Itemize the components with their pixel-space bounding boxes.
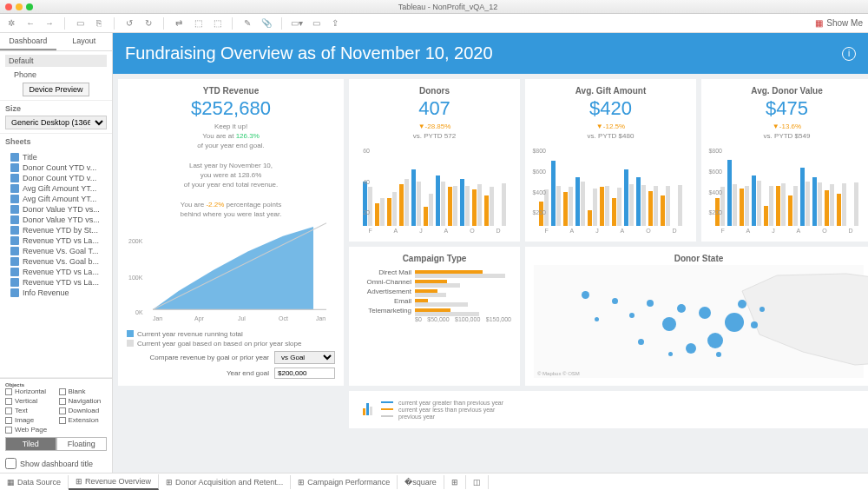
data-source-tab[interactable]: ▦ Data Source — [0, 475, 69, 489]
sheet-item[interactable]: Donor Value YTD vs... — [5, 204, 107, 215]
object-item[interactable]: Image — [5, 416, 54, 424]
area-legend-2: Current year goal based on based on prio… — [127, 340, 335, 348]
ytd-area-chart: 200K 100K 0K Jan Apr Jul Oct Jan — [127, 215, 335, 328]
donor-acquisition-tab[interactable]: ⊞ Donor Acquisition and Retent... — [159, 475, 291, 489]
object-item[interactable]: Text — [5, 407, 54, 414]
ytd-revenue-card: YTD Revenue $252,680 Keep it up! You are… — [118, 79, 344, 386]
donors-bar-chart: 604020 — [358, 148, 511, 226]
gift-bar-chart: $800$600$400$200 — [534, 148, 687, 226]
sheet-item[interactable]: Revenue Vs. Goal b... — [5, 256, 107, 267]
sheet-item[interactable]: Donor Count YTD v... — [5, 162, 107, 173]
show-me-button[interactable]: ▦Show Me — [815, 18, 863, 28]
map-credit: © Mapbox © OSM — [537, 371, 580, 376]
save-icon[interactable]: ▭ — [74, 17, 86, 30]
donors-card: Donors 407 ▼-28.85%vs. PYTD 572 604020 F… — [349, 79, 520, 242]
window-title: Tableau - NonProfit_vQA_12 — [33, 3, 863, 11]
sheet-item[interactable]: Info Revenue — [5, 288, 107, 298]
year-legend-card: current year greater than previous year … — [349, 391, 868, 428]
object-item[interactable]: Blank — [59, 387, 108, 395]
share-icon[interactable]: ⇪ — [329, 17, 341, 30]
sheet-item[interactable]: Revenue YTD vs La... — [5, 235, 107, 246]
campaign-card: Campaign Type Direct MailOmni-ChannelAdv… — [349, 247, 520, 386]
ytd-label: YTD Revenue — [127, 86, 335, 96]
minimize-window-icon[interactable] — [16, 3, 23, 10]
tiled-toggle[interactable]: Tiled — [5, 437, 56, 451]
tab-dashboard[interactable]: Dashboard — [0, 33, 56, 50]
sheet-item[interactable]: Revenue YTD vs La... — [5, 267, 107, 277]
campaign-performance-tab[interactable]: ⊞ Campaign Performance — [291, 475, 398, 489]
sheet-item[interactable]: Avg Gift Amount YT... — [5, 194, 107, 204]
sheet-item[interactable]: Donor Count YTD v... — [5, 173, 107, 183]
tab-layout[interactable]: Layout — [56, 33, 113, 50]
object-item[interactable]: Navigation — [59, 397, 108, 405]
redo-icon[interactable]: ↻ — [142, 17, 155, 30]
presentation-icon[interactable]: ▭ — [310, 17, 322, 30]
svg-text:100K: 100K — [128, 273, 142, 281]
undo-icon[interactable]: ↺ — [123, 17, 135, 30]
donor-map[interactable]: © Mapbox © OSM — [534, 265, 864, 378]
highlight-icon[interactable]: ✎ — [241, 17, 253, 30]
device-phone[interactable]: Phone — [5, 70, 107, 79]
svg-text:200K: 200K — [128, 237, 142, 245]
forward-icon[interactable]: → — [43, 17, 56, 30]
fit-dropdown[interactable]: ▭▾ — [291, 17, 303, 30]
svg-text:Jan: Jan — [153, 315, 162, 322]
object-item[interactable]: Extension — [59, 416, 108, 424]
new-data-icon[interactable]: ⎘ — [93, 17, 105, 30]
sheet-item[interactable]: Revenue Vs. Goal T... — [5, 246, 107, 256]
avg-donor-value: $475 — [710, 97, 864, 120]
donors-label: Donors — [358, 86, 511, 96]
device-preview-button[interactable]: Device Preview — [23, 83, 89, 96]
ytd-value: $252,680 — [127, 97, 335, 120]
dashboard-header: Fundraising Overview as of November 10, … — [113, 33, 868, 74]
ytd-sub: Keep it up! You are at 126.3% of your ye… — [127, 122, 335, 219]
new-dashboard-icon[interactable]: ⊞ — [444, 475, 466, 489]
campaign-title: Campaign Type — [358, 254, 511, 263]
goal-input[interactable] — [274, 368, 335, 379]
traffic-lights — [5, 3, 33, 10]
sheet-item[interactable]: Avg Gift Amount YT... — [5, 183, 107, 194]
device-default[interactable]: Default — [5, 55, 107, 67]
sheet-item[interactable]: Donor Value YTD vs... — [5, 215, 107, 225]
avg-donor-card: Avg. Donor Value $475 ▼-13.6%vs. PYTD $5… — [701, 79, 868, 242]
size-label: Size — [5, 104, 107, 113]
back-icon[interactable]: ← — [24, 17, 36, 30]
sheet-item[interactable]: Title — [5, 152, 107, 162]
sort-asc-icon[interactable]: ⬚ — [192, 17, 204, 30]
new-story-icon[interactable]: ◫ — [466, 475, 489, 489]
compare-control: Compare revenue by goal or prior year vs… — [127, 351, 335, 364]
goal-control: Year end goal — [127, 368, 335, 379]
object-item[interactable]: Web Page — [5, 426, 54, 434]
object-item[interactable]: Vertical — [5, 397, 54, 405]
objects-list: HorizontalBlankVerticalNavigationTextDow… — [5, 387, 107, 434]
avg-gift-label: Avg. Gift Amount — [534, 86, 687, 96]
avg-gift-value: $420 — [534, 97, 687, 120]
svg-text:Oct: Oct — [279, 315, 288, 322]
object-item[interactable]: Download — [59, 407, 108, 414]
show-title-checkbox[interactable]: Show dashboard title — [0, 454, 112, 473]
compare-select[interactable]: vs Goal — [274, 351, 335, 364]
swap-icon[interactable]: ⇄ — [173, 17, 185, 30]
donor-state-title: Donor State — [534, 254, 864, 263]
sheet-item[interactable]: Revenue YTD vs La... — [5, 277, 107, 288]
logo-icon[interactable]: ✲ — [5, 17, 17, 30]
info-icon[interactable]: i — [842, 47, 856, 61]
sort-desc-icon[interactable]: ⬚ — [211, 17, 223, 30]
window-titlebar: Tableau - NonProfit_vQA_12 — [0, 0, 868, 14]
close-window-icon[interactable] — [5, 3, 12, 10]
size-select[interactable]: Generic Desktop (1366 x 7... — [5, 116, 107, 129]
object-item[interactable]: Horizontal — [5, 387, 54, 395]
svg-text:Jan: Jan — [316, 315, 326, 322]
sheet-tabs: ▦ Data Source ⊞ Revenue Overview ⊞ Donor… — [0, 473, 868, 490]
zoom-window-icon[interactable] — [26, 3, 33, 10]
donorval-bar-chart: $800$600$400$200 — [710, 148, 864, 226]
floating-toggle[interactable]: Floating — [56, 437, 108, 451]
revenue-overview-tab[interactable]: ⊞ Revenue Overview — [69, 474, 159, 490]
group-icon[interactable]: 📎 — [260, 17, 273, 30]
avg-donor-label: Avg. Donor Value — [710, 86, 864, 96]
new-worksheet-icon[interactable]: �square — [398, 475, 444, 489]
main-toolbar: ✲ ← → ▭ ⎘ ↺ ↻ ⇄ ⬚ ⬚ ✎ 📎 ▭▾ ▭ ⇪ ▦Show Me — [0, 14, 868, 33]
sheets-list: TitleDonor Count YTD v...Donor Count YTD… — [5, 149, 107, 374]
sheet-item[interactable]: Revenue YTD by St... — [5, 225, 107, 235]
dashboard-title: Fundraising Overview as of November 10, … — [125, 43, 493, 63]
